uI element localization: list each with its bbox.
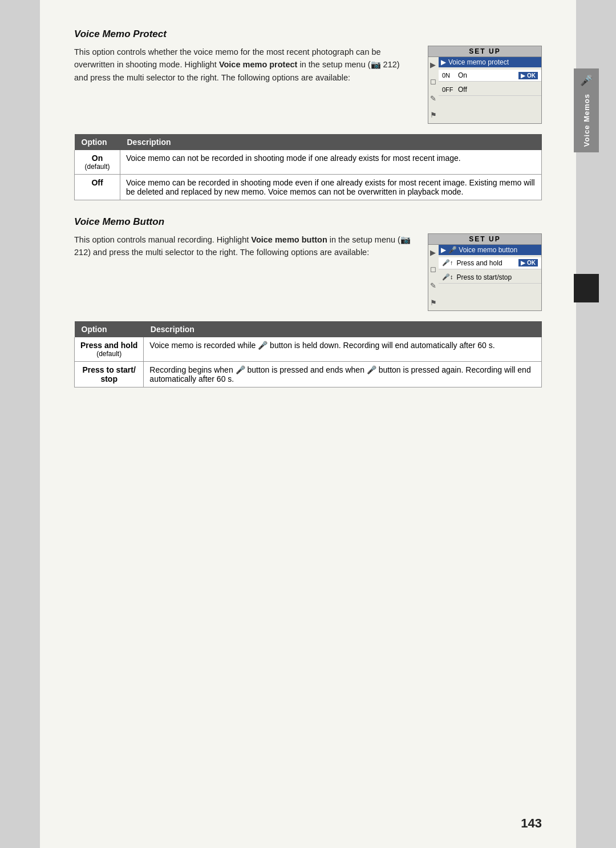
cs1-main: ▶ Voice memo protect 0N On ▶ OK [439,57,541,123]
table1-row1-option: On (default) [75,150,120,175]
right-tab: 🎤 Voice Memos [574,68,599,152]
cs2-icon4: ⚑ [430,296,437,309]
table1-col2-header: Description [120,134,542,150]
section1-top: Voice Memo Protect This option controls … [74,29,542,124]
table2-row1-sub: (default) [80,350,137,358]
table1-row1-option-label: On [92,154,103,163]
table2-row1-option: Press and hold (default) [75,337,144,362]
table-row: Press and hold (default) Voice memo is r… [75,337,542,362]
cs2-row1-icon: 🎤↑ [442,259,453,266]
black-tab-marker [574,274,599,302]
table-row: On (default) Voice memo can not be recor… [75,150,542,175]
cs1-row2-code: 0FF [442,86,455,93]
mic-icon2: 🎤 [236,365,245,374]
cs1-menu-label: Voice memo protect [448,58,509,66]
cs2-row1-label: 🎤↑ Press and hold [442,259,502,267]
cs1-icon4: ⚑ [430,108,437,122]
cs2-header: SET UP [428,234,541,245]
section1-table: Option Description On (default) Voice me… [74,134,542,200]
camera-screen-2: SET UP ▶ ◻ ✎ ⚑ ▶ 🎤 Voice memo button [428,233,542,312]
table2-row2-option-label: Press to start/stop [82,365,135,383]
cs2-row2-label: 🎤↕ Press to start/stop [442,273,512,281]
table2-row1-option-label: Press and hold [80,341,137,350]
table-row: Off Voice memo can be recorded in shooti… [75,174,542,200]
cs2-icon1: ▶ [430,246,437,259]
section1-bold1: Voice memo protect [219,60,298,69]
section2-title: Voice Memo Button [74,216,414,228]
table1-col1-header: Option [75,134,120,150]
table1-row1-desc: Voice memo can not be recorded in shooti… [120,150,542,175]
mic-icon3: 🎤 [367,365,376,374]
cs1-layout: ▶ ◻ ✎ ⚑ ▶ Voice memo protect 0N [428,57,541,123]
section2-table: Option Description Press and hold (defau… [74,321,542,387]
cs2-row2: 🎤↕ Press to start/stop [439,272,541,284]
section1-body2: in the setup menu ( [297,60,370,69]
section1-title: Voice Memo Protect [74,29,414,40]
section2-top: Voice Memo Button This option controls m… [74,216,542,312]
page: 🎤 Voice Memos Voice Memo Protect This op… [40,0,576,848]
section2-body2: in the setup menu ( [327,235,400,244]
section1-symbol: 📷 [371,60,381,69]
table2-row2-desc: Recording begins when 🎤 button is presse… [144,362,542,387]
cs1-row1-text: On [458,71,467,79]
cs1-menu-highlighted: ▶ Voice memo protect [439,57,541,67]
table1-row2-desc: Voice memo can be recorded in shooting m… [120,174,542,200]
cs1-row2: 0FF Off [439,84,541,96]
microphone-icon: 🎤 [580,74,593,87]
cs1-row1-code: 0N [442,72,455,79]
cs2-icon3: ✎ [430,279,437,292]
table-row: Press to start/stop Recording begins whe… [75,362,542,387]
section2-body3: 212) and press the multi selector to the… [74,248,369,257]
cs1-header: SET UP [428,46,541,57]
section1-body: This option controls whether the voice m… [74,46,414,84]
cs2-main: ▶ 🎤 Voice memo button 🎤↑ Press and hold … [439,245,541,311]
cs1-row1: 0N On ▶ OK [439,70,541,82]
page-number: 143 [521,816,542,831]
cs2-layout: ▶ ◻ ✎ ⚑ ▶ 🎤 Voice memo button [428,245,541,311]
cs1-icon3: ✎ [430,92,437,105]
mic-icon1: 🎤 [258,341,268,350]
cs1-row2-text: Off [458,86,467,94]
section2-body1: This option controls manual recording. H… [74,235,251,244]
section2-text: Voice Memo Button This option controls m… [74,216,414,268]
cs1-menu-arrow: ▶ [441,58,446,66]
cs1-icon2: ◻ [430,75,437,88]
cs2-row1: 🎤↑ Press and hold ▶ OK [439,257,541,269]
table2-row1-desc: Voice memo is recorded while 🎤 button is… [144,337,542,362]
cs1-row1-label: 0N On [442,71,467,79]
section-voice-memo-protect: Voice Memo Protect This option controls … [74,29,542,200]
camera-screen-1: SET UP ▶ ◻ ✎ ⚑ ▶ Voice memo protect [428,46,542,124]
section1-text: Voice Memo Protect This option controls … [74,29,414,93]
cs2-left-icons: ▶ ◻ ✎ ⚑ [428,245,439,311]
right-tab-label: Voice Memos [582,94,591,147]
cs2-row1-text: Press and hold [457,259,502,267]
table2-row2-option: Press to start/stop [75,362,144,387]
cs2-row2-icon: 🎤↕ [442,273,453,281]
table1-row2-option-label: Off [91,178,103,187]
cs1-left-icons: ▶ ◻ ✎ ⚑ [428,57,439,123]
section2-bold1: Voice memo button [251,235,327,244]
cs2-icon2: ◻ [430,263,437,276]
section2-body: This option controls manual recording. H… [74,233,414,259]
table1-row2-option: Off [75,174,120,200]
cs1-row1-ok: ▶ OK [518,72,538,79]
cs2-menu-label: 🎤 Voice memo button [448,246,517,254]
table1-row1-sub: (default) [80,163,114,171]
table2-col2-header: Description [144,321,542,337]
section2-symbol: 📷 [400,235,411,244]
cs2-menu-highlighted: ▶ 🎤 Voice memo button [439,245,541,255]
cs2-menu-arrow: ▶ [441,246,446,254]
cs2-row1-ok: ▶ OK [518,259,538,266]
cs1-row2-label: 0FF Off [442,86,467,94]
cs2-row2-text: Press to start/stop [457,273,512,281]
cs1-icon1: ▶ [430,58,437,71]
table2-col1-header: Option [75,321,144,337]
section-voice-memo-button: Voice Memo Button This option controls m… [74,216,542,388]
